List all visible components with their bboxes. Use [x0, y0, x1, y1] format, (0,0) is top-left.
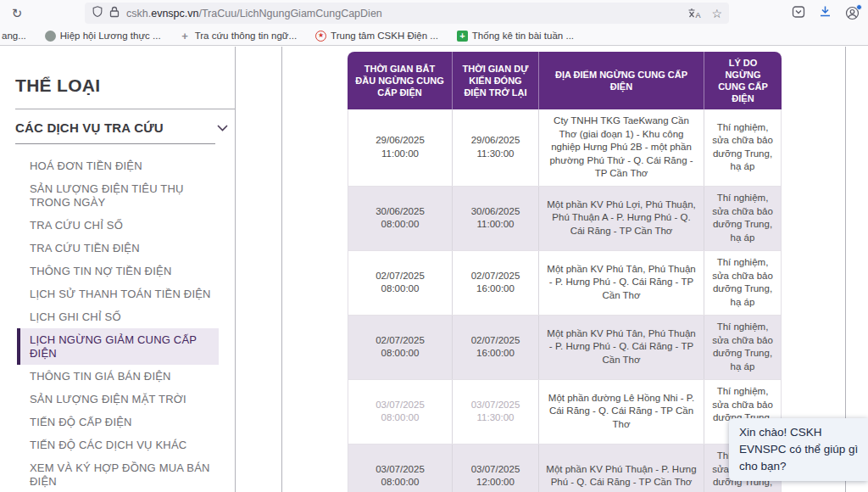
plus-icon: +	[180, 31, 191, 42]
table-row: 29/06/202511:00:00 29/06/202511:30:00 Ct…	[348, 109, 781, 187]
bookmark-item[interactable]: ang...	[2, 31, 26, 41]
table-row: 02/07/202508:00:00 02/07/202516:00:00 Mộ…	[348, 251, 781, 316]
shield-icon[interactable]	[92, 5, 103, 21]
cell-start-time: 03/07/202508:00:00	[348, 380, 452, 444]
sidebar-nav: HOÁ ĐƠN TIỀN ĐIỆNSẢN LƯỢNG ĐIỆN TIÊU THỤ…	[15, 154, 219, 492]
cell-location: Một phần đường Lê Hồng Nhi - P. Cái Răng…	[538, 380, 704, 444]
download-icon[interactable]	[819, 5, 832, 21]
table-row: 30/06/202508:00:00 30/06/202511:00:00 Mộ…	[348, 187, 781, 251]
sidebar-item[interactable]: TRA CỨU CHỈ SỐ	[30, 214, 219, 237]
address-bar-row: ↻ cskh.evnspc.vn/TraCuu/LichNgungGiamCun…	[0, 0, 868, 26]
cell-end-time: 03/07/202511:30:00	[452, 380, 538, 444]
sidebar: THỂ LOẠI CÁC DỊCH VỤ TRA CỨU HOÁ ĐƠN TIỀ…	[0, 47, 236, 492]
account-icon[interactable]	[845, 6, 860, 20]
table-row: 03/07/202508:00:00 03/07/202512:00:00 Mộ…	[348, 444, 781, 492]
table-header-row: THỜI GIAN BẮT ĐẦU NGỪNG CUNG CẤP ĐIỆN TH…	[348, 52, 782, 109]
cell-reason: Thí nghiệm, sửa chữa bảo dưỡng Trung, hạ…	[704, 109, 781, 186]
cell-end-time: 02/07/202516:00:00	[452, 316, 538, 379]
cell-reason: Thí nghiệm, sửa chữa bảo dưỡng Trung, hạ…	[704, 316, 781, 379]
sidebar-item[interactable]: LỊCH NGỪNG GIẢM CUNG CẤP ĐIỆN	[17, 328, 219, 365]
cell-end-time: 30/06/202511:00:00	[452, 187, 538, 250]
sidebar-gap-column	[236, 47, 282, 492]
cell-location: Một phần KV Phú Tân, Phú Thuận - P. Hưng…	[538, 251, 704, 315]
browser-chrome: ↻ cskh.evnspc.vn/TraCuu/LichNgungGiamCun…	[0, 0, 868, 46]
cell-reason: Thí nghiệm, sửa chữa bảo dưỡng Trung, hạ…	[704, 251, 781, 315]
table-header-reason: LÝ DO NGỪNG CUNG CẤP ĐIỆN	[704, 52, 782, 109]
bookmark-item[interactable]: + Tra cứu thông tin ngữ...	[180, 31, 297, 42]
page-body: THỂ LOẠI CÁC DỊCH VỤ TRA CỨU HOÁ ĐƠN TIỀ…	[0, 47, 868, 492]
table-header-start-time: THỜI GIAN BẮT ĐẦU NGỪNG CUNG CẤP ĐIỆN	[348, 52, 452, 109]
sidebar-item[interactable]: LỊCH GHI CHỈ SỐ	[30, 305, 219, 328]
outage-schedule-table: THỜI GIAN BẮT ĐẦU NGỪNG CUNG CẤP ĐIỆN TH…	[348, 52, 782, 492]
bookmark-item[interactable]: ★ Trung tâm CSKH Điện ...	[315, 31, 438, 42]
table-header-location: ĐỊA ĐIỂM NGỪNG CUNG CẤP ĐIỆN	[538, 52, 704, 109]
svg-text:A: A	[696, 11, 701, 20]
bookmark-item[interactable]: + Thống kê tin bài tuần ...	[457, 31, 574, 42]
sidebar-item[interactable]: SẢN LƯỢNG ĐIỆN MẶT TRỜI	[30, 388, 219, 411]
cell-location: Một phần KV Phú Tân, Phú Thuận - P. Hưng…	[538, 316, 704, 379]
cell-end-time: 02/07/202516:00:00	[452, 251, 538, 315]
sidebar-item[interactable]: HOÁ ĐƠN TIỀN ĐIỆN	[30, 154, 219, 177]
sidebar-item[interactable]: THÔNG TIN NỢ TIỀN ĐIỆN	[30, 260, 219, 282]
sidebar-item[interactable]: LỊCH SỬ THANH TOÁN TIỀN ĐIỆN	[30, 282, 219, 305]
sidebar-item[interactable]: SẢN LƯỢNG ĐIỆN TIÊU THỤ TRONG NGÀY	[30, 177, 219, 214]
table-row: 03/07/202508:00:00 03/07/202511:30:00 Mộ…	[348, 380, 781, 444]
pocket-icon[interactable]	[792, 5, 805, 22]
cell-start-time: 03/07/202508:00:00	[348, 444, 452, 492]
main-content: THỜI GIAN BẮT ĐẦU NGỪNG CUNG CẤP ĐIỆN TH…	[282, 47, 868, 492]
cell-start-time: 02/07/202508:00:00	[348, 316, 452, 379]
sidebar-item[interactable]: TIẾN ĐỘ CÁC DỊCH VỤ KHÁC	[30, 433, 219, 456]
url-bar[interactable]: cskh.evnspc.vn/TraCuu/LichNgungGiamCungC…	[85, 3, 729, 24]
bookmark-star-icon[interactable]: ☆	[711, 7, 722, 20]
sidebar-item[interactable]: TRA CỨU TIỀN ĐIỆN	[30, 237, 219, 260]
cell-end-time: 29/06/202511:30:00	[452, 109, 538, 186]
cell-start-time: 30/06/202508:00:00	[348, 187, 452, 250]
cell-location: Một phần KV Phú Lợi, Phú Thuận, Phú Thuậ…	[538, 187, 704, 250]
cell-start-time: 02/07/202508:00:00	[348, 251, 452, 315]
cell-location: Cty TNHH TKG TaeKwang Cần Thơ (giai đoạn…	[538, 109, 704, 186]
bookmark-item[interactable]: Hiệp hội Lương thực ...	[45, 31, 161, 42]
sidebar-item[interactable]: XEM VÀ KÝ HỢP ĐỒNG MUA BÁN ĐIỆN	[30, 456, 219, 492]
app-window: ↻ cskh.evnspc.vn/TraCuu/LichNgungGiamCun…	[0, 0, 868, 492]
sidebar-title: THỂ LOẠI	[15, 75, 235, 96]
translate-icon[interactable]: A	[687, 8, 701, 20]
sidebar-section-label: CÁC DỊCH VỤ TRA CỨU	[15, 120, 164, 135]
sidebar-item[interactable]: THÔNG TIN GIÁ BÁN ĐIỆN	[30, 365, 219, 388]
sidebar-item[interactable]: TIẾN ĐỘ CẤP ĐIỆN	[30, 411, 219, 433]
url-text[interactable]: cskh.evnspc.vn/TraCuu/LichNgungGiamCungC…	[126, 8, 681, 20]
cell-reason: Thí nghiệm, sửa chữa bảo dưỡng Trung, hạ…	[704, 187, 781, 250]
sidebar-section-toggle[interactable]: CÁC DỊCH VỤ TRA CỨU	[15, 109, 235, 135]
cell-end-time: 03/07/202512:00:00	[452, 444, 538, 492]
account-notification-dot	[856, 4, 862, 10]
green-plus-icon: +	[457, 31, 468, 42]
lock-icon[interactable]	[109, 6, 120, 21]
table-body: 29/06/202511:00:00 29/06/202511:30:00 Ct…	[348, 109, 782, 492]
chevron-down-icon	[217, 120, 228, 135]
globe-icon	[45, 31, 56, 42]
table-row: 02/07/202508:00:00 02/07/202516:00:00 Mộ…	[348, 316, 781, 380]
table-header-end-time: THỜI GIAN DỰ KIẾN ĐÓNG ĐIỆN TRỞ LẠI	[452, 52, 538, 109]
divider	[15, 143, 215, 144]
cell-location: Một phần KV Phú Thuận - P. Hưng Phú - Q.…	[538, 444, 704, 492]
bookmarks-bar: ang... Hiệp hội Lương thực ... + Tra cứu…	[0, 26, 868, 45]
chat-greeting-bubble[interactable]: Xin chào! CSKH EVNSPC có thể giúp gì cho…	[729, 418, 868, 481]
cell-start-time: 29/06/202511:00:00	[348, 109, 452, 186]
evn-icon: ★	[315, 31, 326, 42]
reload-button[interactable]: ↻	[5, 3, 29, 24]
